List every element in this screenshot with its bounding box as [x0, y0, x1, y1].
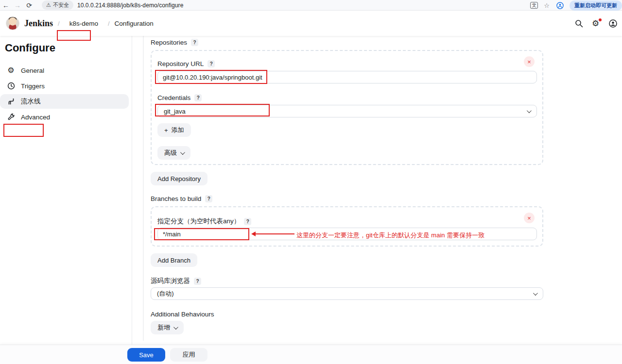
help-icon[interactable]: ? [191, 39, 198, 46]
branch-specifier-label: 指定分支（为空时代表any） ? [157, 217, 251, 226]
add-repository-button[interactable]: Add Repository [151, 172, 207, 185]
repositories-label: Repositories ? [151, 39, 198, 46]
breadcrumb-job[interactable]: k8s-demo [65, 18, 103, 29]
help-icon[interactable]: ? [207, 60, 215, 67]
sidebar-item-general[interactable]: ⚙ General [0, 63, 129, 78]
chevron-down-icon [180, 150, 185, 155]
sidebar-item-advanced[interactable]: Advanced [0, 110, 129, 124]
scm-browser-label: 源码库浏览器 ? [151, 277, 201, 285]
security-label: 不安全 [53, 1, 69, 9]
add-credentials-button[interactable]: + 添加 [157, 123, 191, 137]
additional-behaviours-label: Additional Behaviours [151, 311, 214, 318]
add-behaviour-button[interactable]: 新增 [151, 321, 184, 334]
delete-branch-icon[interactable]: × [524, 213, 535, 223]
branch-specifier-input[interactable] [157, 228, 537, 240]
notification-dot [599, 18, 602, 21]
jenkins-logo[interactable] [6, 17, 19, 30]
search-icon[interactable] [575, 19, 583, 28]
pipeline-icon [7, 98, 15, 106]
bottom-app-bar: Save 应用 [0, 345, 622, 364]
advanced-button[interactable]: 高级 [157, 146, 190, 160]
user-account-icon[interactable] [609, 19, 617, 28]
address-bar[interactable]: 10.0.0.214:8888/job/k8s-demo/configure [77, 2, 184, 9]
warning-icon: ⚠ [46, 2, 51, 8]
back-icon[interactable]: ← [0, 1, 12, 9]
credentials-label: Credentials ? [157, 94, 202, 101]
breadcrumb-separator: / [108, 20, 110, 27]
translate-icon[interactable]: 文 [530, 2, 538, 9]
bookmark-star-icon[interactable]: ☆ [544, 2, 550, 9]
browser-profile-icon[interactable] [556, 2, 564, 9]
branches-to-build-label: Branches to build ? [151, 195, 212, 202]
plus-icon: + [164, 127, 168, 134]
chevron-down-icon [173, 325, 178, 330]
apply-button[interactable]: 应用 [170, 348, 207, 362]
section-rule [143, 36, 144, 341]
save-button[interactable]: Save [127, 348, 165, 362]
chevron-down-icon [533, 291, 538, 296]
wrench-icon [7, 113, 15, 121]
credentials-select[interactable]: git_java [157, 105, 537, 117]
repository-url-input[interactable] [157, 71, 537, 83]
help-icon[interactable]: ? [194, 94, 202, 101]
sidebar-item-label: Advanced [21, 114, 50, 121]
jenkins-header: Jenkins / k8s-demo / Configuration ⚙ [0, 11, 622, 36]
sidebar-item-label: Triggers [21, 83, 45, 90]
sidebar-item-triggers[interactable]: Triggers [0, 79, 129, 93]
repository-url-label: Repository URL ? [157, 60, 215, 67]
forward-icon[interactable]: → [12, 1, 23, 9]
help-icon[interactable]: ? [194, 278, 201, 285]
chevron-down-icon [527, 108, 532, 113]
delete-repository-icon[interactable]: × [524, 56, 535, 67]
jenkins-brand[interactable]: Jenkins [24, 18, 53, 29]
breadcrumb-separator: / [58, 20, 60, 27]
reload-icon[interactable]: ⟳ [23, 1, 35, 9]
browser-update-button[interactable]: 重新启动即可更新 [570, 0, 622, 11]
scm-browser-select[interactable]: (自动) [151, 287, 543, 300]
breadcrumb-page[interactable]: Configuration [115, 20, 154, 27]
site-security-chip[interactable]: ⚠ 不安全 [42, 0, 73, 10]
clock-icon [7, 82, 15, 90]
help-icon[interactable]: ? [244, 218, 251, 225]
config-sidebar: Configure ⚙ General Triggers 流水线 Advance… [0, 36, 132, 345]
sidebar-item-label: General [21, 67, 44, 74]
add-branch-button[interactable]: Add Branch [151, 253, 197, 267]
sidebar-item-pipeline[interactable]: 流水线 [0, 94, 129, 109]
page-title: Configure [5, 42, 132, 54]
settings-gear-icon[interactable]: ⚙ [592, 19, 600, 28]
gear-icon: ⚙ [7, 66, 15, 75]
help-icon[interactable]: ? [205, 195, 212, 202]
browser-toolbar: ← → ⟳ ⚠ 不安全 10.0.0.214:8888/job/k8s-demo… [0, 0, 622, 11]
branch-panel: × [151, 206, 543, 247]
sidebar-item-label: 流水线 [21, 97, 41, 106]
